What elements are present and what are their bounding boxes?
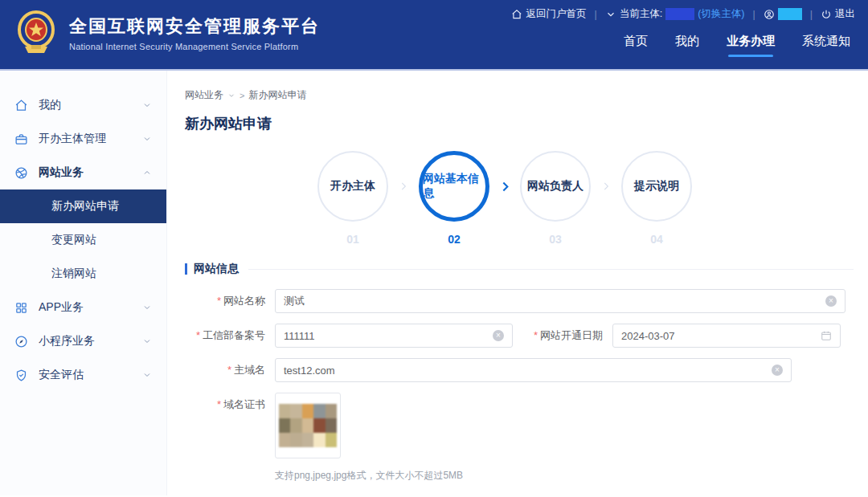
step-indicator: 开办主体 01 网站基本信息 02 网站负责人 03 提示说明 04 (317, 151, 854, 246)
breadcrumb-separator: > (240, 91, 244, 100)
nav-mine[interactable]: 我的 (675, 34, 699, 57)
home-icon (511, 9, 522, 20)
open-date-label: 网站开通日期 (540, 329, 603, 341)
breadcrumb-website-business[interactable]: 网站业务 (185, 88, 223, 102)
sidebar-item-miniprogram-business[interactable]: 小程序业务 (0, 324, 166, 358)
switch-entity-link[interactable]: (切换主体) (698, 7, 744, 21)
portal-home-link[interactable]: 返回门户首页 (511, 7, 586, 21)
section-accent-bar (185, 263, 187, 275)
power-icon (821, 9, 832, 20)
logout-button[interactable]: 退出 (821, 7, 855, 21)
section-divider (248, 269, 854, 270)
chevron-up-icon (142, 168, 152, 177)
sidebar: 我的 开办主体管理 网站业务 新办网站申请 变更网站 注销网站 APP业务 小程… (0, 71, 167, 495)
main-domain-label: 主域名 (234, 364, 265, 376)
sidebar-item-new-website-application[interactable]: 新办网站申请 (0, 189, 166, 223)
redacted-username (778, 8, 802, 20)
cert-image-preview (279, 404, 337, 447)
redacted-entity-name (665, 8, 694, 20)
nav-business[interactable]: 业务办理 (727, 34, 775, 57)
section-header: 网站信息 (185, 262, 854, 276)
breadcrumb-current: 新办网站申请 (248, 88, 306, 102)
platform-subtitle: National Internet Security Management Se… (69, 42, 320, 51)
app-header: 全国互联网安全管理服务平台 National Internet Security… (0, 0, 868, 71)
utility-bar: 返回门户首页 | 当前主体: (切换主体) | | 退出 (511, 7, 855, 21)
section-title: 网站信息 (194, 262, 239, 276)
form-row-main-domain: *主域名 test12.com × (185, 358, 854, 382)
domain-cert-label: 域名证书 (223, 398, 265, 410)
globe-icon (14, 166, 28, 180)
step-4: 提示说明 04 (621, 151, 692, 246)
sidebar-item-app-business[interactable]: APP业务 (0, 291, 166, 324)
sidebar-item-mine[interactable]: 我的 (0, 88, 166, 122)
open-date-input[interactable]: 2024-03-07 (612, 324, 841, 348)
brand-text: 全国互联网安全管理服务平台 National Internet Security… (69, 14, 320, 51)
form-row-domain-cert: *域名证书 (185, 393, 854, 458)
form-row-site-name: *网站名称 测试 × (185, 289, 854, 313)
sidebar-item-website-business[interactable]: 网站业务 (0, 156, 166, 189)
main-content: 网站业务 > 新办网站申请 新办网站申请 开办主体 01 网站基本信息 02 网 (167, 71, 868, 495)
step-3: 网站负责人 03 (520, 151, 591, 246)
chevron-down-icon (605, 9, 616, 20)
icp-number-input[interactable]: 111111 × (275, 324, 513, 348)
user-icon (764, 9, 775, 20)
clear-icon[interactable]: × (493, 330, 504, 341)
step-2-active: 网站基本信息 02 (419, 151, 489, 246)
top-navigation: 首页 我的 业务办理 系统通知 (624, 34, 850, 57)
main-domain-input[interactable]: test12.com × (275, 358, 792, 382)
sidebar-item-entity-management[interactable]: 开办主体管理 (0, 122, 166, 156)
website-info-form: *网站名称 测试 × *工信部备案号 111111 × *网站开通日期 2024… (185, 289, 854, 497)
step-arrow (591, 151, 621, 222)
separator: | (810, 9, 813, 20)
separator: | (594, 9, 596, 20)
home-icon (14, 99, 28, 112)
platform-title: 全国互联网安全管理服务平台 (69, 14, 320, 39)
step-1: 开办主体 01 (317, 151, 388, 246)
briefcase-icon (14, 132, 28, 146)
chevron-down-icon (142, 100, 152, 110)
grid-icon (14, 301, 28, 315)
step-arrow-active (489, 151, 520, 222)
site-name-input[interactable]: 测试 × (275, 289, 845, 313)
clear-icon[interactable]: × (825, 295, 837, 307)
calendar-icon[interactable] (821, 330, 832, 341)
upload-hint: 支持png,jpeg,jpg格式，文件大小不超过5MB (275, 469, 854, 483)
sidebar-item-cancel-website[interactable]: 注销网站 (0, 257, 166, 291)
form-row-icp-date: *工信部备案号 111111 × *网站开通日期 2024-03-07 (185, 324, 854, 348)
step-arrow (388, 151, 419, 222)
chevron-down-icon (142, 370, 152, 380)
police-badge-logo (14, 10, 58, 56)
nav-home[interactable]: 首页 (624, 34, 648, 57)
sidebar-item-security-assessment[interactable]: 安全评估 (0, 358, 166, 392)
chevron-down-icon (142, 336, 152, 346)
breadcrumb: 网站业务 > 新办网站申请 (185, 88, 854, 102)
sidebar-item-change-website[interactable]: 变更网站 (0, 223, 166, 257)
clear-icon[interactable]: × (772, 365, 783, 376)
compass-icon (14, 335, 28, 348)
domain-cert-thumbnail[interactable] (275, 393, 341, 458)
shield-icon (14, 369, 28, 382)
current-entity[interactable]: 当前主体: (切换主体) (605, 7, 745, 21)
chevron-down-icon (142, 303, 152, 312)
icp-number-label: 工信部备案号 (203, 329, 265, 341)
nav-notifications[interactable]: 系统通知 (802, 34, 850, 57)
brand: 全国互联网安全管理服务平台 National Internet Security… (14, 10, 320, 56)
page-title: 新办网站申请 (185, 114, 854, 133)
site-name-label: 网站名称 (223, 295, 265, 307)
chevron-down-icon (142, 134, 152, 144)
chevron-down-icon (227, 92, 235, 100)
user-account[interactable] (764, 8, 802, 20)
separator: | (753, 9, 755, 20)
